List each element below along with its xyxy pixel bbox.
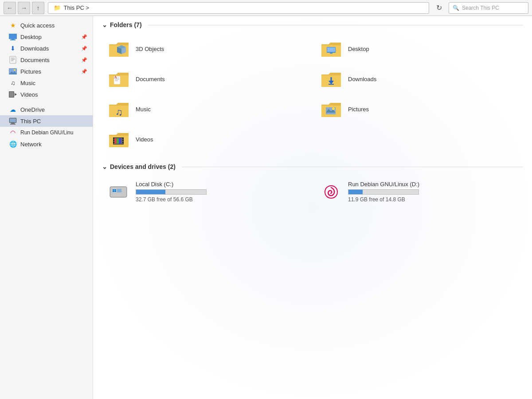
content-area: ⌄ Folders (7) 3D Objects bbox=[93, 16, 532, 399]
sidebar-item-network[interactable]: 🌐 Network bbox=[0, 138, 93, 150]
sidebar-desktop-label: Desktop bbox=[20, 34, 42, 40]
forward-button[interactable]: → bbox=[18, 2, 30, 14]
drives-section-header: ⌄ Devices and drives (2) bbox=[102, 163, 523, 170]
folder-item-documents[interactable]: A Documents bbox=[102, 66, 311, 92]
drive-bar-fill-c bbox=[136, 190, 165, 194]
svg-rect-26 bbox=[327, 47, 335, 52]
pin-icon: 📌 bbox=[81, 34, 87, 40]
pictures-icon bbox=[9, 67, 17, 75]
pin-icon-pictures: 📌 bbox=[81, 69, 87, 74]
folder-item-pictures[interactable]: Pictures bbox=[314, 96, 523, 122]
documents-icon bbox=[9, 56, 17, 64]
drive-info-c: Local Disk (C:) 32.7 GB free of 56.6 GB bbox=[136, 181, 207, 203]
drive-free-c: 32.7 GB free of 56.6 GB bbox=[136, 196, 207, 203]
network-icon: 🌐 bbox=[9, 140, 17, 148]
svg-marker-13 bbox=[15, 93, 17, 96]
svg-rect-0 bbox=[9, 34, 17, 39]
sidebar-onedrive-label: OneDrive bbox=[20, 106, 45, 113]
folder-item-music[interactable]: ♫ Music bbox=[102, 96, 311, 122]
folder-label-videos: Videos bbox=[136, 136, 153, 143]
folder-item-downloads[interactable]: Downloads bbox=[314, 66, 523, 92]
nav-buttons: ← → ↑ bbox=[4, 2, 44, 14]
thispc-icon bbox=[9, 117, 17, 125]
sidebar-pictures-label: Pictures bbox=[20, 68, 41, 75]
folder-label-downloads: Downloads bbox=[348, 76, 376, 82]
folder-item-3d-objects[interactable]: 3D Objects bbox=[102, 35, 311, 62]
folder-item-desktop[interactable]: Desktop bbox=[314, 35, 523, 62]
svg-text:A: A bbox=[114, 75, 117, 79]
drives-collapse-icon[interactable]: ⌄ bbox=[102, 163, 107, 170]
videos-icon bbox=[9, 90, 17, 98]
pin-icon-downloads: 📌 bbox=[81, 46, 87, 51]
folder-label-pictures: Pictures bbox=[348, 106, 369, 113]
drive-name-c: Local Disk (C:) bbox=[136, 181, 207, 188]
sidebar-music-label: Music bbox=[20, 80, 35, 86]
svg-rect-17 bbox=[10, 124, 16, 125]
sidebar-item-desktop[interactable]: Desktop 📌 bbox=[0, 31, 93, 43]
sidebar-item-quick-access[interactable]: ★ Quick access bbox=[0, 20, 93, 31]
sidebar-item-thispc[interactable]: This PC bbox=[0, 115, 93, 127]
search-placeholder: Search This PC bbox=[462, 5, 499, 11]
search-icon: 🔍 bbox=[453, 5, 459, 11]
sidebar: ★ Quick access Desktop 📌 ⬇ Downloads 📌 bbox=[0, 16, 93, 399]
drive-item-debian-d[interactable]: Run Debian GNU/Linux (D:) 11.9 GB free o… bbox=[314, 177, 523, 206]
title-bar: ← → ↑ 📁 This PC > ↻ 🔍 Search This PC bbox=[0, 0, 532, 16]
svg-point-10 bbox=[14, 69, 16, 71]
sidebar-item-onedrive[interactable]: ☁ OneDrive bbox=[0, 104, 93, 115]
svg-rect-16 bbox=[11, 123, 15, 124]
drive-info-d: Run Debian GNU/Linux (D:) 11.9 GB free o… bbox=[348, 181, 419, 203]
drives-grid: Local Disk (C:) 32.7 GB free of 56.6 GB bbox=[102, 177, 523, 206]
folders-section-header: ⌄ Folders (7) bbox=[102, 21, 523, 28]
main-layout: ★ Quick access Desktop 📌 ⬇ Downloads 📌 bbox=[0, 16, 532, 399]
folder-label-desktop: Desktop bbox=[348, 46, 369, 52]
sidebar-item-debian[interactable]: ◠ Run Debian GNU/Linu bbox=[0, 127, 93, 138]
folder-label-music: Music bbox=[136, 106, 151, 113]
drive-free-d: 11.9 GB free of 14.8 GB bbox=[348, 196, 419, 203]
up-button[interactable]: ↑ bbox=[32, 2, 44, 14]
drives-header-label: Devices and drives (2) bbox=[110, 163, 176, 170]
sidebar-item-pictures[interactable]: Pictures 📌 bbox=[0, 66, 93, 77]
refresh-button[interactable]: ↻ bbox=[433, 2, 445, 14]
svg-rect-59 bbox=[117, 138, 119, 144]
music-icon: ♫ bbox=[9, 79, 17, 87]
sidebar-item-videos[interactable]: Videos bbox=[0, 89, 93, 100]
svg-rect-60 bbox=[119, 138, 121, 144]
folder-icon-downloads bbox=[320, 69, 343, 89]
folders-collapse-icon[interactable]: ⌄ bbox=[102, 21, 107, 28]
sidebar-thispc-label: This PC bbox=[20, 118, 41, 125]
sidebar-item-music[interactable]: ♫ Music bbox=[0, 77, 93, 89]
svg-rect-52 bbox=[113, 137, 114, 139]
desktop-icon bbox=[9, 33, 17, 41]
folders-header-label: Folders (7) bbox=[110, 21, 142, 28]
svg-rect-54 bbox=[113, 142, 114, 143]
breadcrumb[interactable]: 📁 This PC > bbox=[48, 2, 429, 14]
sidebar-item-downloads[interactable]: ⬇ Downloads 📌 bbox=[0, 43, 93, 54]
drive-bar-c bbox=[136, 189, 207, 195]
svg-rect-56 bbox=[122, 140, 124, 141]
svg-rect-15 bbox=[10, 118, 16, 122]
svg-text:♫: ♫ bbox=[115, 106, 123, 117]
folders-grid: 3D Objects Desktop bbox=[102, 35, 523, 153]
onedrive-icon: ☁ bbox=[9, 106, 17, 113]
folder-icon-pictures bbox=[320, 99, 343, 119]
debian-icon: ◠ bbox=[9, 129, 17, 137]
folder-icon-videos bbox=[107, 129, 130, 149]
drive-bar-fill-d bbox=[348, 190, 363, 194]
sidebar-item-documents[interactable]: Documents 📌 bbox=[0, 54, 93, 66]
downloads-icon: ⬇ bbox=[9, 44, 17, 52]
svg-point-67 bbox=[323, 184, 339, 200]
drive-item-local-disk-c[interactable]: Local Disk (C:) 32.7 GB free of 56.6 GB bbox=[102, 177, 311, 206]
sidebar-downloads-label: Downloads bbox=[20, 45, 49, 52]
svg-rect-2 bbox=[10, 39, 16, 40]
folder-icon-3d-objects bbox=[107, 39, 130, 59]
folder-label-documents: Documents bbox=[136, 76, 165, 82]
svg-rect-53 bbox=[113, 140, 114, 141]
folder-item-videos[interactable]: Videos bbox=[102, 126, 311, 153]
folder-icon-desktop bbox=[320, 39, 343, 59]
drive-name-d: Run Debian GNU/Linux (D:) bbox=[348, 181, 419, 188]
search-box[interactable]: 🔍 Search This PC bbox=[449, 2, 528, 14]
folder-icon-music: ♫ bbox=[107, 99, 130, 119]
back-button[interactable]: ← bbox=[4, 2, 16, 14]
svg-rect-66 bbox=[117, 189, 121, 192]
drive-icon-c bbox=[107, 182, 130, 202]
